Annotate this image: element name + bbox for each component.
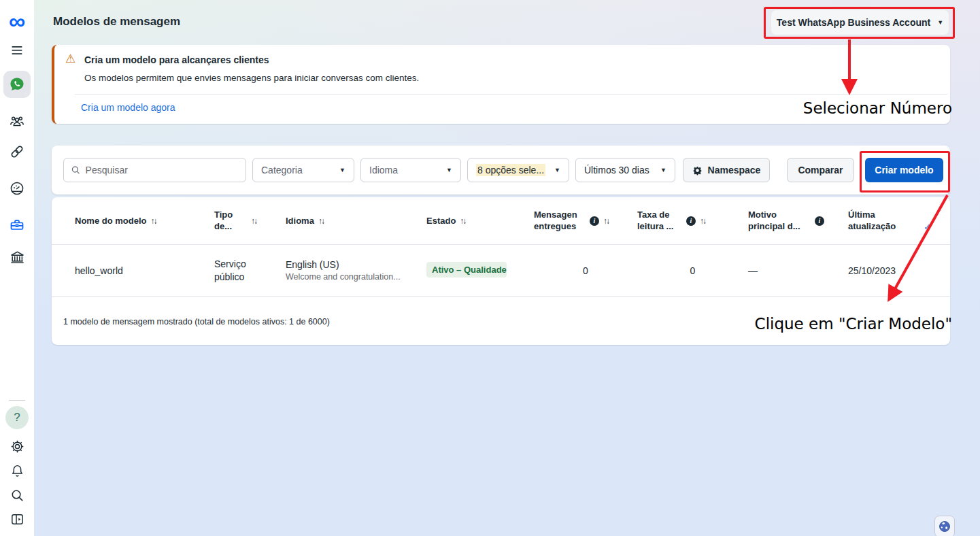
search-button[interactable] bbox=[0, 486, 34, 504]
bell-icon bbox=[10, 463, 25, 479]
cell-template-name: hello_world bbox=[75, 265, 214, 276]
cell-language-sub: Welcome and congratulation... bbox=[286, 272, 426, 282]
date-range-dropdown[interactable]: Últimos 30 dias ▼ bbox=[575, 158, 675, 182]
gauge-icon bbox=[9, 180, 25, 197]
status-options-dropdown[interactable]: 8 opções sele... ▼ bbox=[467, 158, 569, 182]
chevron-down-icon: ▼ bbox=[446, 167, 452, 173]
column-label: Mensagen entregues bbox=[534, 210, 586, 232]
info-icon[interactable]: i bbox=[590, 216, 599, 226]
sort-icon[interactable]: ↑↓ bbox=[603, 216, 609, 226]
collapse-panel-button[interactable] bbox=[0, 510, 34, 528]
whatsapp-icon bbox=[8, 76, 26, 93]
filter-bar: Categoria ▼ Idioma ▼ 8 opções sele... ▼ … bbox=[52, 146, 950, 195]
create-template-link[interactable]: Cria um modelo agora bbox=[81, 102, 175, 113]
annotation-select-number: Selecionar Número bbox=[748, 99, 952, 117]
column-label: Motivo principal d... bbox=[748, 210, 811, 232]
namespace-button[interactable]: Namespace bbox=[683, 158, 770, 182]
notifications-button[interactable] bbox=[0, 462, 34, 480]
panel-icon bbox=[10, 512, 25, 527]
sidebar-item-toolbox[interactable] bbox=[0, 216, 34, 234]
cell-delivered: 0 bbox=[534, 265, 637, 276]
help-circle: ? bbox=[5, 406, 29, 429]
meta-logo[interactable]: ∞ bbox=[0, 11, 34, 31]
gear-icon bbox=[692, 165, 703, 175]
search-input-wrapper bbox=[63, 158, 246, 182]
compare-label: Comparar bbox=[798, 165, 843, 175]
table-footer-count: 1 modelo de mensagem mostrado (total de … bbox=[63, 317, 330, 326]
settings-button[interactable] bbox=[0, 437, 34, 455]
info-icon[interactable]: i bbox=[815, 216, 824, 226]
banner-divider bbox=[75, 94, 947, 95]
sort-icon[interactable]: ↑↓ bbox=[251, 216, 256, 226]
toolbox-icon bbox=[9, 217, 25, 233]
sort-icon[interactable]: ↑↓ bbox=[318, 216, 324, 226]
column-label: Tipo de... bbox=[214, 210, 247, 232]
sidebar-item-dashboard[interactable] bbox=[0, 180, 34, 197]
table-header-row: Nome do modelo ↑↓ Tipo de... ↑↓ Idioma ↑… bbox=[52, 197, 950, 245]
link-icon bbox=[9, 144, 25, 160]
cell-updated: 25/10/2023 bbox=[848, 265, 945, 276]
column-header-read-rate[interactable]: Taxa de leitura ... i ↑↓ bbox=[637, 210, 748, 232]
column-label: Última atualização bbox=[848, 210, 913, 232]
sidebar-divider bbox=[9, 400, 25, 401]
annotation-click-create: Clique em "Criar Modelo" bbox=[741, 315, 952, 333]
question-icon: ? bbox=[14, 411, 20, 424]
cell-read-rate: 0 bbox=[637, 265, 748, 276]
cell-type: Serviço público bbox=[214, 258, 262, 284]
column-header-status[interactable]: Estado ↑↓ bbox=[426, 216, 534, 226]
info-icon[interactable]: i bbox=[686, 216, 696, 226]
account-selector-button[interactable]: Test WhatsApp Business Account ▼ bbox=[771, 10, 949, 35]
cell-reason: — bbox=[748, 265, 848, 276]
bank-icon bbox=[9, 249, 26, 266]
date-range-label: Últimos 30 dias bbox=[584, 165, 649, 175]
chevron-down-icon: ▼ bbox=[554, 167, 560, 173]
cell-language-main: English (US) bbox=[286, 259, 426, 270]
sort-icon[interactable]: ↑↓ bbox=[700, 216, 705, 226]
hamburger-icon bbox=[10, 43, 24, 58]
column-label: Estado bbox=[426, 216, 456, 226]
meta-infinity-icon: ∞ bbox=[9, 12, 25, 30]
banner-description: Os modelos permitem que envies mensagens… bbox=[84, 73, 419, 83]
column-header-reason[interactable]: Motivo principal d... i bbox=[748, 210, 848, 232]
language-label: Idioma bbox=[369, 165, 398, 175]
sort-icon[interactable]: ↑↓ bbox=[150, 216, 156, 226]
language-dropdown[interactable]: Idioma ▼ bbox=[360, 158, 461, 182]
create-template-button[interactable]: Criar modelo bbox=[865, 158, 943, 182]
warning-icon: ⚠ bbox=[65, 52, 75, 66]
search-input[interactable] bbox=[86, 165, 239, 175]
main-content: Modelos de mensagem Test WhatsApp Busine… bbox=[34, 0, 980, 536]
whatsapp-active-tile bbox=[3, 71, 31, 98]
column-label: Taxa de leitura ... bbox=[637, 210, 682, 232]
category-label: Categoria bbox=[261, 165, 303, 175]
sidebar-item-whatsapp[interactable] bbox=[0, 71, 34, 98]
table-row[interactable]: hello_world Serviço público English (US)… bbox=[52, 245, 950, 297]
category-dropdown[interactable]: Categoria ▼ bbox=[252, 158, 354, 182]
search-icon bbox=[10, 488, 25, 503]
help-button[interactable]: ? bbox=[0, 406, 34, 429]
chevron-down-icon: ▼ bbox=[937, 19, 943, 26]
compare-button[interactable]: Comparar bbox=[787, 158, 854, 182]
column-header-delivered[interactable]: Mensagen entregues i ↑↓ bbox=[534, 210, 637, 232]
sidebar-item-bank[interactable] bbox=[0, 248, 34, 267]
column-header-name[interactable]: Nome do modelo ↑↓ bbox=[75, 216, 214, 226]
globe-icon bbox=[938, 520, 951, 533]
status-badge: Ativo – Qualidade p bbox=[426, 262, 507, 278]
column-settings-icon[interactable]: ✓ bbox=[924, 222, 931, 232]
status-options-label: 8 opções sele... bbox=[476, 164, 545, 176]
sidebar-item-link[interactable] bbox=[0, 143, 34, 161]
gear-icon bbox=[10, 439, 25, 454]
search-icon bbox=[71, 165, 81, 175]
column-header-type[interactable]: Tipo de... ↑↓ bbox=[214, 210, 286, 232]
menu-button[interactable] bbox=[0, 42, 34, 58]
chevron-down-icon: ▼ bbox=[660, 167, 666, 173]
namespace-label: Namespace bbox=[708, 165, 761, 175]
page-title: Modelos de mensagem bbox=[53, 15, 180, 29]
sidebar: ∞ bbox=[0, 0, 34, 536]
sidebar-item-audience[interactable] bbox=[0, 113, 34, 131]
account-selector-label: Test WhatsApp Business Account bbox=[777, 17, 930, 28]
language-globe-button[interactable] bbox=[934, 516, 955, 536]
sort-icon[interactable]: ↑↓ bbox=[460, 216, 465, 226]
column-header-language[interactable]: Idioma ↑↓ bbox=[286, 216, 426, 226]
column-label: Idioma bbox=[286, 216, 314, 226]
chevron-down-icon: ▼ bbox=[339, 167, 345, 173]
